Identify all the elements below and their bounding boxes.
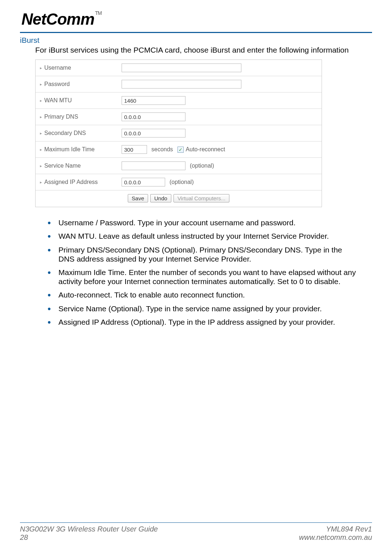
label-secondary-dns: Secondary DNS (44, 130, 86, 136)
chevron-right-icon: ▸ (40, 147, 42, 152)
section-heading: iBurst (20, 36, 372, 45)
label-service-name: Service Name (44, 163, 81, 169)
chevron-right-icon: ▸ (40, 82, 42, 87)
undo-button[interactable]: Undo (150, 194, 171, 202)
chevron-right-icon: ▸ (40, 98, 42, 103)
auto-reconnect-checkbox[interactable]: ✓ (177, 147, 184, 153)
chevron-right-icon: ▸ (40, 180, 42, 185)
brand-logo-text: NetComm (21, 10, 94, 28)
secondary-dns-input[interactable] (122, 129, 185, 138)
label-username: Username (44, 65, 71, 71)
list-item: Maximum Idle Time. Enter the number of s… (48, 268, 360, 286)
service-name-optional: (optional) (190, 163, 214, 169)
page-footer: N3G002W 3G Wireless Router User Guide 28… (20, 522, 372, 542)
footer-revision: YML894 Rev1 (299, 525, 372, 533)
row-username: ▸Username (36, 60, 322, 76)
trademark-symbol: TM (95, 10, 102, 16)
row-password: ▸Password (36, 76, 322, 93)
list-item: Service Name (Optional). Type in the ser… (48, 304, 360, 313)
footer-page-number: 28 (20, 533, 158, 542)
row-assigned-ip: ▸Assigned IP Address (optional) (36, 174, 322, 190)
section-intro: For iBurst services using the PCMCIA car… (35, 45, 372, 54)
password-input[interactable] (122, 80, 241, 89)
label-max-idle: Maximum Idle Time (44, 146, 95, 153)
save-button[interactable]: Save (128, 194, 148, 202)
chevron-right-icon: ▸ (40, 66, 42, 70)
wan-mtu-input[interactable] (122, 96, 185, 105)
label-password: Password (44, 81, 70, 87)
list-item: Assigned IP Address (Optional). Type in … (48, 317, 360, 327)
seconds-suffix: seconds (151, 146, 173, 153)
service-name-input[interactable] (122, 161, 185, 170)
header: NetCommTM (20, 7, 372, 33)
row-wan-mtu: ▸WAN MTU (36, 93, 322, 109)
brand-logo: NetCommTM (21, 10, 102, 28)
assigned-ip-input[interactable] (122, 178, 165, 186)
max-idle-input[interactable] (122, 145, 147, 154)
form-buttons: Save Undo Virtual Computers... (36, 190, 322, 207)
list-item: Auto-reconnect. Tick to enable auto reco… (48, 290, 360, 299)
label-primary-dns: Primary DNS (44, 114, 78, 120)
auto-reconnect-label: Auto-reconnect (186, 146, 225, 153)
footer-guide: N3G002W 3G Wireless Router User Guide (20, 525, 158, 533)
row-secondary-dns: ▸Secondary DNS (36, 125, 322, 141)
username-input[interactable] (122, 63, 241, 72)
list-item: Primary DNS/Secondary DNS (Optional). Pr… (48, 245, 360, 263)
virtual-computers-button[interactable]: Virtual Computers... (173, 194, 229, 202)
label-wan-mtu: WAN MTU (44, 97, 72, 104)
row-service-name: ▸Service Name (optional) (36, 158, 322, 174)
chevron-right-icon: ▸ (40, 164, 42, 168)
row-primary-dns: ▸Primary DNS (36, 109, 322, 125)
settings-form: ▸Username ▸Password ▸WAN MTU ▸Primary DN… (35, 59, 322, 207)
list-item: Username / Password. Type in your accoun… (48, 218, 360, 227)
chevron-right-icon: ▸ (40, 115, 42, 119)
chevron-right-icon: ▸ (40, 131, 42, 136)
footer-url: www.netcomm.com.au (299, 533, 372, 542)
list-item: WAN MTU. Leave as default unless instruc… (48, 231, 360, 241)
description-list: Username / Password. Type in your accoun… (48, 218, 360, 327)
primary-dns-input[interactable] (122, 112, 185, 121)
assigned-ip-optional: (optional) (170, 179, 194, 185)
row-max-idle: ▸Maximum Idle Time seconds ✓ Auto-reconn… (36, 141, 322, 158)
label-assigned-ip: Assigned IP Address (44, 179, 98, 185)
